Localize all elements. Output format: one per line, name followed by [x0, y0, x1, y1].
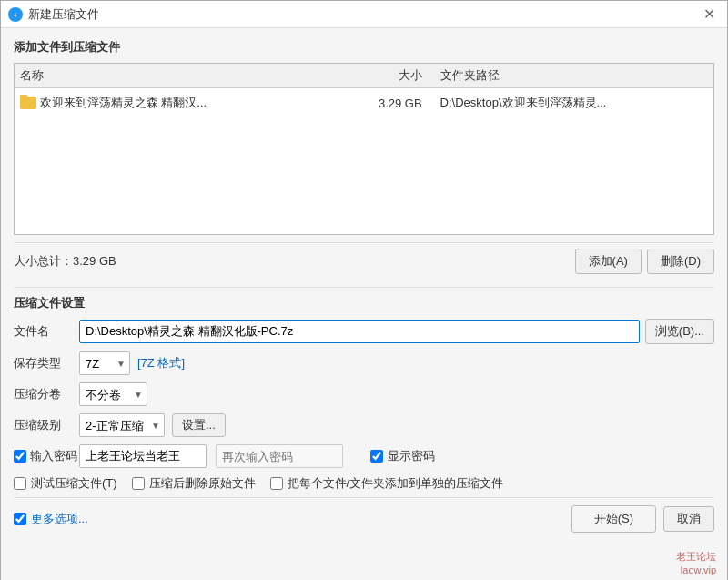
single-compress-checkbox[interactable] — [270, 477, 283, 490]
file-path-cell: D:\Desktop\欢迎来到淫荡精灵... — [440, 95, 708, 111]
table-header: 名称 大小 文件夹路径 — [15, 64, 713, 88]
start-button[interactable]: 开始(S) — [571, 505, 656, 533]
split-select[interactable]: 不分卷 10 MB 100 MB — [79, 382, 147, 406]
file-name-cell: 欢迎来到淫荡精灵之森 精翻汉... — [20, 95, 288, 111]
level-select-wrapper: 2-正常压缩 0-存储 5-最大压缩 ▼ — [79, 413, 165, 437]
bottom-left-area: 更多选项... — [14, 511, 88, 527]
file-name: 欢迎来到淫荡精灵之森 精翻汉... — [40, 95, 207, 111]
titlebar-left: + 新建压缩文件 — [8, 6, 99, 23]
split-select-wrapper: 不分卷 10 MB 100 MB ▼ — [79, 382, 147, 406]
compress-settings-title: 压缩文件设置 — [14, 295, 714, 311]
svg-text:+: + — [13, 11, 17, 20]
more-options-checkbox-label[interactable]: 更多选项... — [14, 511, 88, 527]
delete-button[interactable]: 删除(D) — [647, 249, 714, 274]
options-checkbox-row: 测试压缩文件(T) 压缩后删除原始文件 把每个文件/文件夹添加到单独的压缩文件 — [14, 475, 714, 492]
test-compress-text: 测试压缩文件(T) — [31, 475, 117, 492]
col-header-path: 文件夹路径 — [440, 67, 708, 84]
password-confirm-input[interactable] — [216, 444, 343, 468]
bottom-actions-bar: 更多选项... 开始(S) 取消 — [14, 497, 714, 536]
close-button[interactable]: ✕ — [698, 4, 720, 25]
input-password-label: 输入密码 — [30, 448, 77, 464]
app-icon: + — [8, 7, 23, 22]
single-compress-text: 把每个文件/文件夹添加到单独的压缩文件 — [288, 475, 504, 492]
type-label: 保存类型 — [14, 355, 79, 371]
filename-input[interactable] — [79, 320, 640, 343]
level-row: 压缩级别 2-正常压缩 0-存储 5-最大压缩 ▼ 设置... — [14, 413, 714, 437]
password-input-group: 显示密码 — [79, 444, 714, 468]
col-header-size: 大小 — [288, 67, 440, 84]
delete-after-label[interactable]: 压缩后删除原始文件 — [132, 475, 256, 492]
single-compress-label[interactable]: 把每个文件/文件夹添加到单独的压缩文件 — [270, 475, 504, 492]
show-password-checkbox-label[interactable]: 显示密码 — [370, 448, 435, 464]
type-row: 保存类型 7Z ZIP TAR ▼ [7Z 格式] — [14, 351, 714, 375]
browse-button[interactable]: 浏览(B)... — [645, 319, 714, 344]
level-label: 压缩级别 — [14, 417, 79, 433]
window-title: 新建压缩文件 — [28, 6, 99, 23]
test-compress-label[interactable]: 测试压缩文件(T) — [14, 475, 117, 492]
filename-label: 文件名 — [14, 323, 79, 340]
level-select[interactable]: 2-正常压缩 0-存储 5-最大压缩 — [79, 413, 165, 437]
test-compress-checkbox[interactable] — [14, 477, 26, 490]
add-button[interactable]: 添加(A) — [575, 249, 642, 274]
bottom-right-buttons: 开始(S) 取消 — [571, 505, 714, 533]
watermark-area: 老王论坛laow.vip — [1, 547, 727, 580]
table-row: 欢迎来到淫荡精灵之森 精翻汉... 3.29 GB D:\Desktop\欢迎来… — [20, 92, 708, 114]
delete-after-checkbox[interactable] — [132, 477, 145, 490]
file-size-cell: 3.29 GB — [288, 97, 440, 110]
watermark-text: 老王论坛laow.vip — [676, 551, 716, 575]
password-input[interactable] — [79, 444, 207, 468]
split-label: 压缩分卷 — [14, 386, 79, 402]
password-row: 输入密码 显示密码 — [14, 444, 714, 468]
filename-row: 文件名 浏览(B)... — [14, 319, 714, 344]
section-divider — [14, 287, 714, 288]
more-options-text[interactable]: 更多选项... — [31, 511, 88, 527]
total-size-label: 大小总计：3.29 GB — [14, 253, 116, 270]
compress-settings-button[interactable]: 设置... — [172, 413, 226, 437]
file-table: 名称 大小 文件夹路径 欢迎来到淫荡精灵之森 精翻汉... 3.29 GB D:… — [14, 63, 714, 235]
input-password-checkbox-label[interactable]: 输入密码 — [14, 448, 79, 464]
table-body: 欢迎来到淫荡精灵之森 精翻汉... 3.29 GB D:\Desktop\欢迎来… — [15, 88, 713, 234]
more-options-checkbox[interactable] — [14, 513, 26, 525]
split-row: 压缩分卷 不分卷 10 MB 100 MB ▼ — [14, 382, 714, 406]
file-actions-bar: 大小总计：3.29 GB 添加(A) 删除(D) — [14, 242, 714, 280]
type-select[interactable]: 7Z ZIP TAR — [79, 351, 130, 375]
col-header-name: 名称 — [20, 67, 288, 84]
show-password-checkbox[interactable] — [370, 450, 383, 463]
delete-after-text: 压缩后删除原始文件 — [149, 475, 256, 492]
file-action-buttons: 添加(A) 删除(D) — [575, 249, 714, 274]
show-password-label: 显示密码 — [388, 448, 435, 464]
cancel-button[interactable]: 取消 — [663, 506, 714, 532]
input-password-checkbox[interactable] — [14, 450, 26, 463]
add-section-title: 添加文件到压缩文件 — [14, 39, 714, 56]
format-link[interactable]: [7Z 格式] — [137, 355, 185, 371]
type-select-wrapper: 7Z ZIP TAR ▼ — [79, 351, 130, 375]
folder-icon — [20, 97, 36, 109]
titlebar: + 新建压缩文件 ✕ — [1, 1, 727, 28]
